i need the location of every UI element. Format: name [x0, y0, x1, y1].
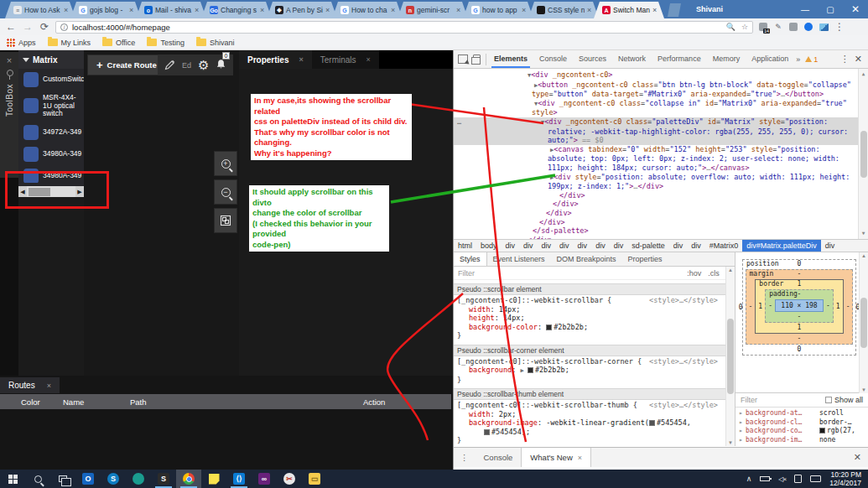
- breadcrumb-item[interactable]: div: [574, 241, 592, 251]
- close-button[interactable]: ✕: [843, 0, 868, 18]
- touch-keyboard-icon[interactable]: [810, 475, 821, 482]
- browser-tab[interactable]: CSS style n×: [528, 2, 599, 18]
- drawer-menu-icon[interactable]: ⋮: [454, 453, 476, 462]
- scroll-up-icon[interactable]: ▲: [862, 70, 865, 79]
- zoom-icon[interactable]: 🔍: [726, 23, 735, 31]
- breadcrumb-item[interactable]: div#Matrix.paletteDiv: [742, 240, 821, 252]
- scroll-down-icon[interactable]: ▼: [861, 387, 866, 392]
- styles-toggle-hov[interactable]: :hov: [687, 269, 701, 278]
- routes-tab[interactable]: Routes ×: [0, 377, 60, 393]
- dom-tree-line[interactable]: ▼<div _ngcontent-c0>: [454, 70, 868, 80]
- styles-subtab-styles[interactable]: Styles: [454, 252, 487, 266]
- address-bar[interactable]: i localhost:4000/#/homepage 🔍 ☆: [55, 21, 753, 34]
- browser-tab[interactable]: oMail - shiva×: [136, 2, 206, 18]
- dom-tree-line[interactable]: absolute; top: 0px; left: 0px; z-index: …: [454, 154, 868, 164]
- browser-tab[interactable]: ngemini-scr×: [398, 2, 468, 18]
- create-route-button[interactable]: + Create Route: [87, 55, 166, 75]
- gear-icon[interactable]: ⚙: [198, 59, 209, 71]
- dom-tree-line[interactable]: </div>: [454, 236, 868, 239]
- color-swatch[interactable]: [484, 429, 490, 435]
- snipping-tool-icon[interactable]: ✂: [277, 470, 302, 488]
- bookmark-folder[interactable]: Office: [102, 39, 135, 47]
- file-explorer-icon[interactable]: ▭: [302, 470, 327, 488]
- more-tabs-icon[interactable]: »: [796, 55, 800, 64]
- browser-tab[interactable]: ASwitch Man×: [594, 2, 664, 18]
- color-swatch[interactable]: [528, 367, 533, 373]
- panel-tab-properties[interactable]: Properties×: [239, 50, 312, 69]
- tray-expand-icon[interactable]: ∧: [746, 475, 752, 483]
- warning-indicator[interactable]: 1: [805, 55, 818, 64]
- devtools-tab-sources[interactable]: Sources: [576, 51, 609, 68]
- breadcrumb-item[interactable]: #Matrix0: [705, 241, 743, 251]
- tab-close-icon[interactable]: ×: [195, 6, 201, 14]
- vscode-icon[interactable]: ⟨⟩: [226, 470, 252, 488]
- elements-scrollbar[interactable]: ▲ ▼: [858, 69, 868, 239]
- styles-scrollbar[interactable]: ▲ ▼: [725, 267, 735, 446]
- bookmark-folder[interactable]: My Links: [48, 39, 91, 47]
- tab-close-icon[interactable]: ×: [260, 6, 267, 14]
- browser-tab[interactable]: GoChanging s×: [201, 2, 272, 18]
- apps-shortcut[interactable]: Apps: [7, 39, 36, 47]
- sticky-notes-icon[interactable]: [201, 470, 226, 488]
- breadcrumb-item[interactable]: div: [669, 241, 688, 251]
- sidebar-scrollbar[interactable]: ▲ ▼: [859, 252, 868, 393]
- palette-item[interactable]: MSR-4X4-1U optical switch: [18, 91, 84, 122]
- style-rule[interactable]: [_ngcontent-c0]::-webkit-scrollbar {<sty…: [454, 295, 735, 341]
- browser-tab[interactable]: GHow to cha×: [332, 2, 403, 18]
- task-view-icon[interactable]: [50, 470, 75, 488]
- search-icon[interactable]: [25, 470, 50, 488]
- tab-close-icon[interactable]: ×: [299, 55, 303, 64]
- tab-close-icon[interactable]: ×: [652, 6, 659, 14]
- browser-tab[interactable]: ≡How to Ask×: [5, 2, 75, 18]
- volume-muted-icon[interactable]: ◁×: [778, 475, 786, 483]
- computed-property-row[interactable]: ▸background-cl…border-…: [739, 418, 865, 428]
- scrollbar-thumb[interactable]: [727, 319, 734, 394]
- tab-close-icon[interactable]: ×: [578, 454, 582, 462]
- styles-filter-input[interactable]: Filter: [458, 269, 475, 278]
- browser-tab[interactable]: Ghow to app×: [463, 2, 533, 18]
- css-property[interactable]: width: 14px;: [457, 305, 731, 314]
- tab-close-icon[interactable]: ×: [325, 6, 332, 14]
- breadcrumb-item[interactable]: div: [610, 241, 628, 251]
- notification-icon[interactable]: [794, 475, 802, 483]
- scroll-up-icon[interactable]: ▲: [728, 267, 733, 273]
- pin-icon[interactable]: [6, 70, 13, 80]
- palette-item[interactable]: 34980A-349: [18, 143, 84, 165]
- dom-tree-line[interactable]: 111px; height: 184px; cursor: auto;">…</…: [454, 164, 868, 173]
- scrollbar-thumb[interactable]: [860, 131, 867, 178]
- devtools-tab-elements[interactable]: Elements: [491, 51, 530, 68]
- breadcrumb-item[interactable]: div: [519, 241, 538, 251]
- extension-icon[interactable]: 14: [758, 22, 768, 32]
- dom-tree-line[interactable]: </div>: [454, 218, 868, 227]
- breadcrumb-item[interactable]: div: [821, 241, 839, 251]
- battery-icon[interactable]: [760, 476, 770, 481]
- css-property[interactable]: background: ▶ #2b2b2b;: [457, 366, 731, 376]
- scroll-up-icon[interactable]: ▲: [861, 253, 866, 258]
- outlook-icon[interactable]: O: [75, 470, 101, 488]
- palette-header[interactable]: Matrix: [18, 50, 84, 69]
- breadcrumb-item[interactable]: div: [538, 241, 556, 251]
- computed-property-row[interactable]: ▸background-im…none: [739, 436, 865, 445]
- devtools-tab-console[interactable]: Console: [537, 51, 569, 68]
- routes-close-icon[interactable]: ×: [47, 382, 51, 390]
- forward-icon[interactable]: →: [22, 21, 34, 33]
- reload-icon[interactable]: ⟳: [39, 21, 50, 33]
- tab-close-icon[interactable]: ×: [391, 6, 398, 14]
- zoom-out-button[interactable]: −: [214, 179, 237, 205]
- tab-close-icon[interactable]: ×: [522, 6, 528, 14]
- show-all-toggle[interactable]: Show all: [825, 396, 863, 404]
- tab-close-icon[interactable]: ×: [587, 6, 594, 14]
- tab-close-icon[interactable]: ×: [456, 6, 463, 14]
- palette-item[interactable]: 34972A-349: [18, 122, 84, 143]
- devtools-tab-application[interactable]: Application: [749, 51, 791, 68]
- styles-subtab-event-listeners[interactable]: Event Listeners: [487, 252, 551, 266]
- css-property[interactable]: height: 14px;: [457, 314, 731, 323]
- globe-app-icon[interactable]: [126, 470, 151, 488]
- visual-studio-icon[interactable]: ∞: [252, 470, 277, 488]
- devtools-menu-icon[interactable]: ⋮: [840, 54, 850, 65]
- profile-name[interactable]: Shivani: [696, 5, 723, 13]
- bookmark-star-icon[interactable]: ☆: [741, 23, 748, 31]
- breadcrumb-item[interactable]: sd-palette: [627, 241, 669, 251]
- bookmark-folder[interactable]: Shivani: [196, 39, 235, 47]
- toolbox-tab[interactable]: × ToolBox: [0, 52, 18, 178]
